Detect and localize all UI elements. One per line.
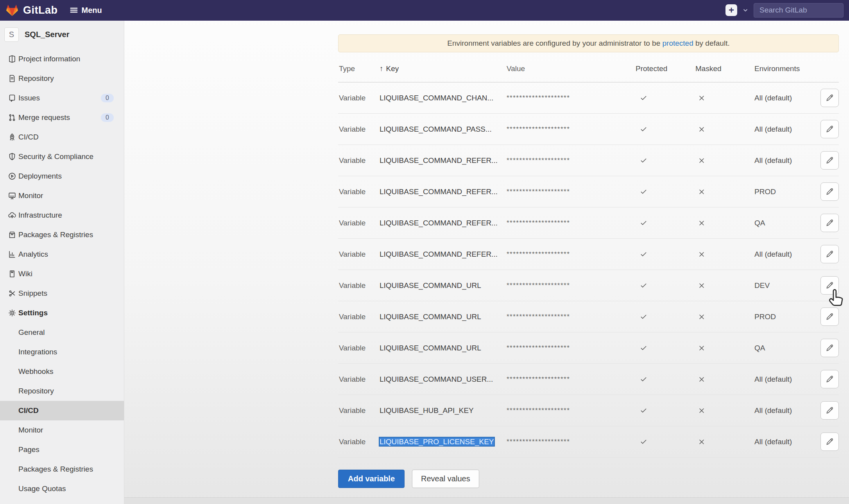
variable-masked-value: ********************: [507, 125, 636, 133]
sort-ascending-icon: ↑: [380, 64, 383, 73]
edit-variable-button[interactable]: [820, 245, 839, 263]
variable-row: Variable LIQUIBASE_HUB_API_KEY *********…: [338, 395, 839, 426]
variable-masked-value: ********************: [507, 219, 636, 227]
variable-masked-value: ********************: [507, 344, 636, 352]
sidebar-item-ci-cd[interactable]: CI/CD: [0, 127, 124, 147]
variable-masked-value: ********************: [507, 250, 636, 258]
variables-table-header: Type ↑Key Value Protected Masked Environ…: [338, 52, 839, 82]
submenu-item-label: Repository: [18, 387, 54, 395]
variable-environments: All (default): [754, 438, 820, 446]
variable-row: Variable LIQUIBASE_COMMAND_REFER... ****…: [338, 176, 839, 207]
chevron-down-icon[interactable]: [742, 7, 749, 13]
variable-environments: PROD: [754, 188, 820, 196]
variable-row: Variable LIQUIBASE_COMMAND_REFER... ****…: [338, 145, 839, 176]
edit-variable-button[interactable]: [820, 151, 839, 170]
sidebar-item-deployments[interactable]: Deployments: [0, 166, 124, 186]
sidebar-item-project-information[interactable]: Project information: [0, 49, 124, 69]
sidebar-item-settings[interactable]: Settings: [0, 303, 124, 323]
sidebar-item-label: Project information: [18, 55, 80, 63]
submenu-item-label: Integrations: [18, 348, 57, 356]
variable-row: Variable LIQUIBASE_COMMAND_URL *********…: [338, 301, 839, 332]
edit-variable-button[interactable]: [820, 182, 839, 201]
sidebar-item-monitor[interactable]: Monitor: [0, 186, 124, 206]
settings-submenu-repository[interactable]: Repository: [0, 381, 124, 401]
edit-variable-button[interactable]: [820, 120, 839, 138]
sidebar-item-wiki[interactable]: Wiki: [0, 264, 124, 284]
protected-check-icon: [639, 125, 648, 133]
sidebar-item-label: Deployments: [18, 172, 62, 181]
settings-submenu-usage-quotas[interactable]: Usage Quotas: [0, 479, 124, 499]
sidebar-item-infrastructure[interactable]: Infrastructure: [0, 206, 124, 225]
variable-environments: All (default): [754, 375, 820, 384]
settings-submenu-ci-cd[interactable]: CI/CD: [0, 401, 124, 420]
variable-type: Variable: [338, 94, 380, 102]
gitlab-logo[interactable]: GitLab: [5, 4, 58, 16]
variable-type: Variable: [338, 156, 380, 165]
sidebar-item-repository[interactable]: Repository: [0, 69, 124, 88]
repository-icon: [8, 74, 17, 83]
masked-x-icon: [698, 219, 706, 227]
settings-submenu-integrations[interactable]: Integrations: [0, 342, 124, 362]
packages-icon: [8, 231, 17, 239]
sidebar-item-merge-requests[interactable]: Merge requests 0: [0, 108, 124, 127]
header-key-sortable[interactable]: ↑Key: [380, 64, 507, 73]
menu-label: Menu: [82, 6, 102, 15]
edit-variable-button[interactable]: [820, 214, 839, 232]
masked-x-icon: [698, 375, 706, 383]
sidebar-item-snippets[interactable]: Snippets: [0, 284, 124, 303]
protected-check-icon: [639, 281, 648, 290]
variable-row: Variable LIQUIBASE_COMMAND_PASS... *****…: [338, 114, 839, 145]
infrastructure-icon: [8, 211, 17, 220]
edit-variable-button[interactable]: [820, 339, 839, 357]
page-bottom-strip: [124, 497, 849, 504]
variable-type: Variable: [338, 125, 380, 134]
masked-x-icon: [698, 282, 706, 290]
settings-submenu-webhooks[interactable]: Webhooks: [0, 362, 124, 381]
add-variable-button[interactable]: Add variable: [338, 470, 405, 488]
banner-text: by default.: [693, 39, 730, 48]
settings-submenu-pages[interactable]: Pages: [0, 440, 124, 459]
variable-masked-value: ********************: [507, 375, 636, 383]
variable-masked-value: ********************: [507, 188, 636, 196]
sidebar-item-packages-registries[interactable]: Packages & Registries: [0, 225, 124, 245]
menu-button[interactable]: Menu: [70, 6, 102, 15]
submenu-item-label: CI/CD: [18, 406, 39, 415]
edit-variable-button[interactable]: [820, 401, 839, 420]
sidebar-item-security-compliance[interactable]: Security & Compliance: [0, 147, 124, 166]
sidebar-item-label: Wiki: [18, 270, 32, 278]
deployments-icon: [8, 172, 17, 181]
monitor-icon: [8, 191, 17, 200]
reveal-values-button[interactable]: Reveal values: [412, 470, 479, 488]
sidebar-item-label: Merge requests: [18, 113, 70, 122]
variable-row: Variable LIQUIBASE_COMMAND_USER... *****…: [338, 364, 839, 395]
gitlab-tanuki-icon: [5, 4, 19, 16]
settings-submenu-general[interactable]: General: [0, 323, 124, 342]
variable-key: LIQUIBASE_HUB_API_KEY: [380, 406, 474, 415]
sidebar-item-issues[interactable]: Issues 0: [0, 88, 124, 108]
edit-variable-button[interactable]: [820, 433, 839, 451]
settings-submenu-packages-registries[interactable]: Packages & Registries: [0, 459, 124, 479]
edit-variable-button[interactable]: [820, 307, 839, 326]
sidebar-item-analytics[interactable]: Analytics: [0, 245, 124, 264]
issues-icon: [8, 94, 17, 102]
edit-variable-button[interactable]: [820, 370, 839, 388]
variable-masked-value: ********************: [507, 407, 636, 415]
variable-row: Variable LIQUIBASE_COMMAND_REFER... ****…: [338, 239, 839, 270]
project-header[interactable]: S SQL_Server: [0, 21, 124, 47]
merge-requests-icon: [8, 113, 17, 122]
variable-environments: All (default): [754, 250, 820, 259]
variable-masked-value: ********************: [507, 94, 636, 102]
project-sidebar: S SQL_Server Project information Reposit…: [0, 21, 124, 504]
new-item-button[interactable]: +: [725, 4, 737, 16]
variable-type: Variable: [338, 281, 380, 290]
protected-link[interactable]: protected: [663, 39, 693, 48]
variable-key: LIQUIBASE_COMMAND_URL: [380, 281, 481, 290]
variable-masked-value: ********************: [507, 282, 636, 290]
edit-variable-button[interactable]: [820, 89, 839, 107]
settings-submenu-monitor[interactable]: Monitor: [0, 420, 124, 440]
variable-environments: All (default): [754, 94, 820, 102]
search-input[interactable]: [754, 3, 844, 18]
protected-check-icon: [639, 406, 648, 415]
masked-x-icon: [698, 94, 706, 102]
analytics-icon: [8, 250, 17, 259]
